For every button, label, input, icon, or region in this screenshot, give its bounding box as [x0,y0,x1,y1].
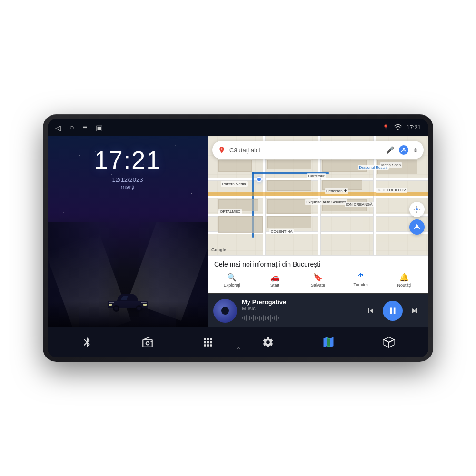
search-action-icons: 🎤 ⊕ [386,144,418,156]
more-options-icon[interactable]: ⊕ [413,147,418,153]
dock-bluetooth[interactable] [77,332,98,353]
album-art [213,299,237,323]
map-block-1 [218,160,252,172]
back-button[interactable]: ◁ [55,123,61,132]
google-watermark: Google [211,248,226,252]
map-search-bar[interactable]: Căutați aici 🎤 ⊕ [212,141,424,159]
music-player: My Prerogative Music [208,293,428,327]
map-label-ilfov: JUDEȚUL ILFOV [376,188,407,193]
tab-explorati-label: Explorați [224,283,240,288]
svg-point-9 [416,208,418,210]
svg-point-11 [403,148,405,150]
status-indicators: 📍 17:21 [382,124,421,131]
google-maps-icon [218,146,226,154]
bottom-fade [48,301,208,327]
music-title: My Prerogative [242,298,358,306]
clock-status: 17:21 [407,124,421,131]
map-area[interactable]: Pattern Media Carrefour Dragonul Roșu ♦ … [208,136,428,255]
device-frame: ◁ ○ ≡ ▣ 📍 17:21 [43,114,433,362]
tab-trimiteti-label: Trimiteți [354,282,369,287]
map-label-exquisite: Exquisite Auto Services [305,199,347,205]
mic-icon[interactable]: 🎤 [386,146,394,154]
map-label-megashop: Mega Shop [380,162,402,168]
map-label-colentina: COLENTINA [269,229,294,234]
start-icon: 🚗 [270,273,280,282]
user-avatar[interactable] [398,144,409,156]
waveform [242,313,358,323]
map-label-carrefour: Carrefour [307,173,326,178]
map-label-oftalmed: OFTALMED [218,209,242,214]
wave-bar-4 [248,314,248,322]
saved-icon: 🔖 [313,273,323,282]
wave-bar-1 [242,317,243,319]
album-center-dot [221,307,229,315]
location-dot [256,177,262,182]
music-subtitle: Music [242,306,358,311]
wave-bar-15 [268,316,269,320]
wave-bar-13 [265,316,266,320]
search-input-text[interactable]: Căutați aici [229,147,382,154]
bottom-dock: ⌃ [48,327,428,357]
wave-bar-6 [251,317,252,319]
location-icon: 📍 [382,124,389,131]
wave-bar-9 [257,317,258,319]
tab-start-label: Start [270,283,279,288]
home-button[interactable]: ○ [69,123,74,132]
dock-maps[interactable] [318,332,339,353]
tab-noutati-label: Noutăți [397,283,411,288]
dock-radio[interactable] [137,332,158,353]
location-control[interactable] [409,202,425,217]
nav-tabs: 🔍 Explorați 🚗 Start 🔖 Salvate ⏱ [208,271,428,293]
wave-bar-11 [261,317,262,320]
tab-start[interactable]: 🚗 Start [253,271,296,289]
news-icon: 🔔 [399,273,409,282]
left-panel: 17:21 12/12/2023 marți [48,136,208,327]
wave-bar-5 [249,316,250,320]
nav-controls: ◁ ○ ≡ ▣ [55,123,103,132]
menu-button[interactable]: ≡ [83,123,87,132]
map-block-11 [267,216,311,228]
wave-bar-17 [272,317,273,319]
right-panel: Pattern Media Carrefour Dragonul Roșu ♦ … [208,136,428,327]
wave-bar-19 [276,315,277,321]
previous-button[interactable] [363,303,379,319]
map-block-3 [267,180,311,191]
clock-area: 17:21 12/12/2023 marți [94,136,161,190]
dock-apps[interactable] [198,332,218,353]
wave-bar-12 [263,315,264,321]
wave-bar-14 [267,317,268,319]
tab-explorati[interactable]: 🔍 Explorați [210,271,253,289]
clock-day: marți [94,183,161,190]
info-section: Cele mai noi informații din București 🔍 … [208,255,428,293]
map-label-ion: ION CREANGĂ [345,202,374,207]
car-scene [48,222,208,327]
wave-bar-7 [253,315,254,321]
play-pause-button[interactable] [383,301,403,321]
clock-time: 17:21 [94,146,161,174]
swipe-up-indicator: ⌃ [235,346,241,355]
map-label-dedeman: Dedeman ✚ [325,188,348,194]
tab-salvate-label: Salvate [311,283,325,288]
wave-bar-8 [255,316,256,320]
tab-salvate[interactable]: 🔖 Salvate [297,271,339,289]
music-controls [363,301,423,321]
recent-button[interactable]: ▣ [96,123,103,132]
svg-point-10 [221,148,222,149]
wave-bar-3 [246,315,247,321]
screen: ◁ ○ ≡ ▣ 📍 17:21 [48,119,428,357]
wave-bar-10 [259,316,260,321]
tab-trimiteti[interactable]: ⏱ Trimiteți [339,271,382,289]
music-info: My Prerogative Music [242,298,358,323]
wave-bar-18 [274,316,275,320]
navigate-control[interactable] [409,219,425,235]
dock-cube[interactable] [378,332,399,353]
next-button[interactable] [407,303,423,319]
map-label-pattern: Pattern Media [221,181,248,187]
map-block-10 [218,216,263,233]
tab-noutati[interactable]: 🔔 Noutăți [383,271,426,289]
wave-bar-20 [278,317,279,319]
map-boulevard [208,192,428,196]
dock-settings[interactable] [258,332,278,353]
wave-bar-16 [270,315,271,322]
wave-bar-2 [244,316,245,320]
